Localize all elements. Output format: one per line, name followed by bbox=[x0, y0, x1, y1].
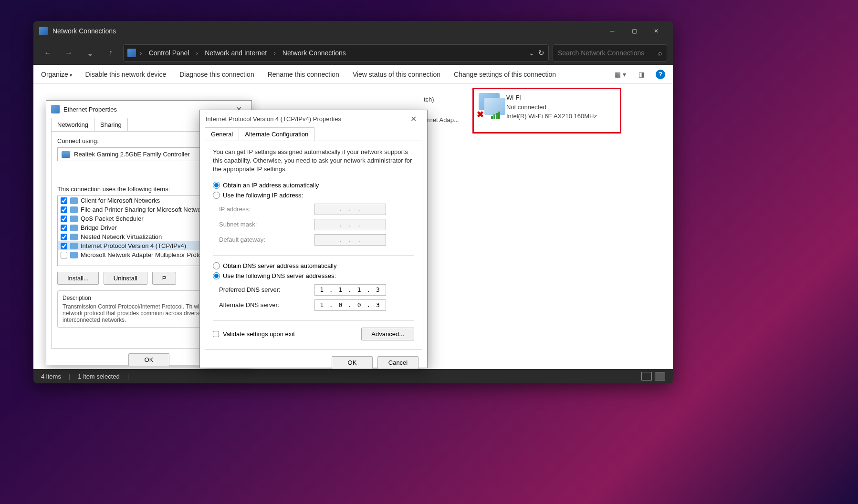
wifi-name: Wi-Fi bbox=[506, 93, 597, 103]
wifi-status: Not connected bbox=[506, 103, 597, 112]
breadcrumb-control-panel[interactable]: Control Panel bbox=[146, 47, 192, 59]
protocol-label: File and Printer Sharing for Microsoft N… bbox=[81, 206, 206, 213]
obtain-dns-label: Obtain DNS server address automatically bbox=[223, 262, 336, 269]
breadcrumb-dropdown-icon[interactable]: ⌄ bbox=[529, 49, 534, 57]
change-settings-button[interactable]: Change settings of this connection bbox=[454, 71, 556, 78]
wifi-adapter-item[interactable]: ✖ Wi-Fi Not connected Intel(R) Wi-Fi 6E … bbox=[472, 88, 621, 134]
toolbar: Organize Disable this network device Dia… bbox=[33, 65, 673, 84]
ipv4-ok-button[interactable]: OK bbox=[332, 356, 373, 369]
view-options-icon[interactable]: ▦ ▾ bbox=[614, 68, 627, 81]
ip-address-input: . . . bbox=[314, 204, 386, 215]
breadcrumb-network-connections[interactable]: Network Connections bbox=[280, 47, 349, 59]
ipv4-titlebar: Internet Protocol Version 4 (TCP/IPv4) P… bbox=[200, 110, 427, 127]
chevron-icon: › bbox=[138, 49, 144, 57]
protocol-checkbox[interactable] bbox=[61, 234, 67, 240]
chevron-icon: › bbox=[272, 49, 278, 57]
search-input[interactable] bbox=[558, 49, 658, 57]
install-button[interactable]: Install... bbox=[57, 272, 99, 285]
alt-dns-input[interactable]: 1 . 0 . 0 . 3 bbox=[314, 299, 386, 311]
protocol-checkbox[interactable] bbox=[61, 243, 67, 249]
alt-dns-label: Alternate DNS server: bbox=[219, 301, 314, 309]
protocol-checkbox[interactable] bbox=[61, 225, 67, 231]
close-button[interactable]: ✕ bbox=[645, 21, 667, 41]
protocol-checkbox[interactable] bbox=[61, 216, 67, 222]
protocol-icon bbox=[70, 225, 78, 231]
adapter-name: Realtek Gaming 2.5GbE Family Controller bbox=[74, 151, 190, 158]
subnet-label: Subnet mask: bbox=[219, 221, 314, 228]
details-view-icon[interactable] bbox=[641, 372, 652, 381]
diagnose-button[interactable]: Diagnose this connection bbox=[179, 71, 254, 78]
ipv4-help-text: You can get IP settings assigned automat… bbox=[213, 148, 414, 174]
breadcrumb-icon bbox=[127, 49, 136, 57]
protocol-label: Bridge Driver bbox=[81, 224, 117, 231]
protocol-icon bbox=[70, 252, 78, 258]
obtain-ip-radio[interactable] bbox=[213, 182, 220, 189]
view-status-button[interactable]: View status of this connection bbox=[353, 71, 440, 78]
protocol-icon bbox=[70, 206, 78, 213]
pref-dns-input[interactable]: 1 . 1 . 1 . 3 bbox=[314, 284, 386, 296]
validate-checkbox[interactable] bbox=[213, 331, 219, 337]
obtain-ip-label: Obtain an IP address automatically bbox=[223, 182, 319, 189]
help-icon[interactable]: ? bbox=[656, 70, 665, 79]
titlebar: Network Connections ─ ▢ ✕ bbox=[33, 21, 673, 41]
nic-icon bbox=[62, 151, 70, 158]
pref-dns-label: Preferred DNS server: bbox=[219, 286, 314, 293]
eth-ok-button[interactable]: OK bbox=[128, 353, 169, 366]
eth-title-text: Ethernet Properties bbox=[63, 106, 117, 113]
search-icon[interactable]: ⌕ bbox=[658, 49, 662, 57]
uninstall-button[interactable]: Uninstall bbox=[104, 272, 147, 285]
organize-menu[interactable]: Organize bbox=[41, 71, 72, 78]
protocol-label: Nested Network Virtualization bbox=[81, 233, 162, 240]
protocol-icon bbox=[70, 243, 78, 249]
breadcrumb-network-internet[interactable]: Network and Internet bbox=[202, 47, 270, 59]
back-button[interactable]: ← bbox=[39, 44, 56, 62]
ipv4-properties-dialog: Internet Protocol Version 4 (TCP/IPv4) P… bbox=[199, 110, 428, 368]
refresh-icon[interactable]: ↻ bbox=[538, 49, 544, 57]
ip-address-label: IP address: bbox=[219, 206, 314, 213]
protocol-checkbox[interactable] bbox=[61, 206, 67, 213]
gateway-label: Default gateway: bbox=[219, 236, 314, 243]
search-box[interactable]: ⌕ bbox=[553, 44, 667, 62]
disable-device-button[interactable]: Disable this network device bbox=[85, 71, 167, 78]
protocol-checkbox[interactable] bbox=[61, 252, 67, 258]
wifi-signal-icon bbox=[491, 112, 500, 119]
up-button[interactable]: ↑ bbox=[102, 44, 119, 62]
rename-button[interactable]: Rename this connection bbox=[268, 71, 339, 78]
protocol-icon bbox=[70, 216, 78, 222]
selection-count: 1 item selected bbox=[78, 373, 119, 380]
use-ip-radio[interactable] bbox=[213, 192, 220, 199]
forward-button[interactable]: → bbox=[60, 44, 77, 62]
network-icon bbox=[39, 27, 48, 35]
protocol-checkbox[interactable] bbox=[61, 197, 67, 204]
protocol-label: Internet Protocol Version 4 (TCP/IPv4) bbox=[81, 242, 186, 249]
ethernet-icon bbox=[51, 105, 60, 113]
protocol-label: QoS Packet Scheduler bbox=[81, 215, 144, 222]
address-bar: ← → ⌄ ↑ › Control Panel › Network and In… bbox=[33, 41, 673, 65]
preview-pane-icon[interactable]: ◨ bbox=[635, 68, 648, 81]
use-dns-label: Use the following DNS server addresses: bbox=[223, 272, 336, 279]
obtain-dns-radio[interactable] bbox=[213, 262, 220, 269]
tab-sharing[interactable]: Sharing bbox=[94, 118, 128, 131]
validate-label: Validate settings upon exit bbox=[223, 330, 295, 338]
gateway-input: . . . bbox=[314, 234, 386, 246]
minimize-button[interactable]: ─ bbox=[601, 21, 623, 41]
window-title: Network Connections bbox=[52, 27, 601, 35]
wifi-adapter-icon: ✖ bbox=[479, 93, 502, 116]
tab-general[interactable]: General bbox=[205, 127, 239, 141]
use-dns-radio[interactable] bbox=[213, 272, 220, 279]
recent-dropdown[interactable]: ⌄ bbox=[81, 44, 98, 62]
use-ip-label: Use the following IP address: bbox=[223, 192, 303, 199]
ipv4-close-button[interactable]: ✕ bbox=[406, 113, 421, 125]
tab-alternate-config[interactable]: Alternate Configuration bbox=[239, 127, 314, 141]
protocol-label: Microsoft Network Adapter Multiplexor Pr… bbox=[81, 251, 202, 258]
tab-networking[interactable]: Networking bbox=[51, 118, 94, 131]
breadcrumb[interactable]: › Control Panel › Network and Internet ›… bbox=[123, 44, 549, 62]
ipv4-cancel-button[interactable]: Cancel bbox=[377, 356, 419, 369]
maximize-button[interactable]: ▢ bbox=[623, 21, 645, 41]
protocol-icon bbox=[70, 197, 78, 204]
item-count: 4 items bbox=[41, 373, 61, 380]
thumbnails-view-icon[interactable] bbox=[655, 372, 665, 381]
subnet-input: . . . bbox=[314, 219, 386, 230]
advanced-button[interactable]: Advanced... bbox=[361, 328, 414, 340]
properties-button[interactable]: P bbox=[152, 272, 177, 285]
